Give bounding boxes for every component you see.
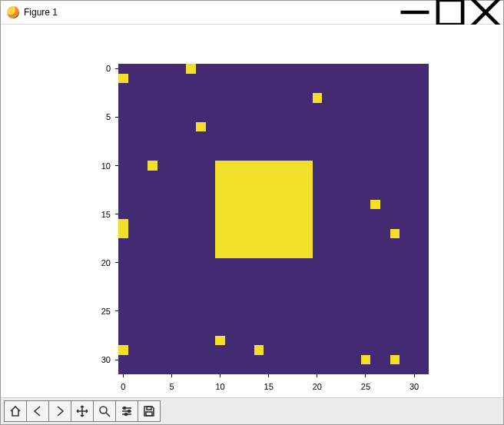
x-tick-label: 0 bbox=[121, 382, 125, 391]
x-tick-mark bbox=[317, 374, 317, 377]
y-tick-label: 10 bbox=[88, 161, 111, 171]
y-tick-label: 0 bbox=[88, 64, 111, 73]
y-tick-label: 30 bbox=[88, 355, 111, 364]
heatmap-cell bbox=[390, 229, 400, 239]
x-tick-mark bbox=[220, 374, 220, 377]
svg-point-9 bbox=[124, 407, 126, 410]
svg-rect-12 bbox=[147, 407, 151, 410]
heatmap-cell bbox=[313, 93, 323, 103]
home-button[interactable] bbox=[4, 400, 27, 422]
figure-window: Figure 1 051015202530051015202530 bbox=[0, 0, 504, 425]
zoom-button[interactable] bbox=[93, 400, 116, 422]
svg-line-5 bbox=[106, 413, 110, 417]
minimize-button[interactable] bbox=[397, 1, 433, 24]
heatmap-cell bbox=[361, 355, 371, 365]
y-tick-mark bbox=[115, 214, 118, 214]
x-tick-mark bbox=[414, 374, 415, 377]
nav-toolbar bbox=[1, 397, 503, 424]
heatmap-cell bbox=[215, 336, 225, 346]
svg-rect-1 bbox=[438, 0, 463, 25]
y-tick-mark bbox=[115, 117, 118, 118]
heatmap-cell bbox=[148, 161, 158, 171]
y-tick-mark bbox=[115, 360, 118, 360]
x-tick-label: 10 bbox=[215, 382, 224, 391]
svg-point-10 bbox=[128, 410, 131, 413]
maximize-button[interactable] bbox=[433, 1, 468, 24]
y-tick-mark bbox=[115, 310, 118, 311]
titlebar: Figure 1 bbox=[1, 1, 503, 25]
y-tick-mark bbox=[115, 262, 118, 263]
close-button[interactable] bbox=[468, 1, 503, 24]
save-button[interactable] bbox=[138, 400, 161, 422]
x-tick-mark bbox=[365, 374, 366, 377]
y-tick-label: 20 bbox=[88, 258, 111, 267]
heatmap-cell bbox=[186, 64, 196, 74]
heatmap-axes: 051015202530051015202530 bbox=[118, 64, 429, 374]
save-icon bbox=[143, 405, 155, 417]
move-icon bbox=[76, 405, 88, 417]
matplotlib-icon bbox=[7, 6, 19, 18]
heatmap-cell bbox=[196, 122, 206, 132]
heatmap-cell bbox=[118, 74, 128, 84]
home-icon bbox=[9, 405, 22, 417]
arrow-left-icon bbox=[32, 405, 44, 417]
configure-button[interactable] bbox=[115, 400, 138, 422]
svg-point-11 bbox=[125, 413, 128, 416]
heatmap-cell bbox=[370, 200, 380, 210]
x-tick-label: 25 bbox=[361, 382, 370, 391]
heatmap-cell bbox=[390, 355, 400, 365]
y-tick-label: 5 bbox=[88, 112, 111, 121]
back-button[interactable] bbox=[26, 400, 49, 422]
window-title: Figure 1 bbox=[24, 7, 58, 18]
x-tick-label: 30 bbox=[410, 382, 419, 391]
magnifier-icon bbox=[98, 405, 111, 417]
sliders-icon bbox=[121, 405, 133, 417]
y-tick-label: 25 bbox=[88, 307, 111, 316]
heatmap-cell bbox=[118, 229, 128, 239]
svg-rect-13 bbox=[146, 412, 152, 416]
pan-button[interactable] bbox=[71, 400, 94, 422]
heatmap-cell bbox=[118, 219, 128, 229]
y-tick-mark bbox=[115, 165, 118, 166]
x-tick-mark bbox=[268, 374, 269, 377]
figure-canvas[interactable]: 051015202530051015202530 bbox=[1, 25, 503, 397]
heatmap-cell bbox=[118, 345, 128, 355]
x-tick-label: 15 bbox=[264, 382, 274, 391]
heatmap-cell bbox=[254, 345, 264, 355]
heatmap-cell bbox=[215, 161, 312, 257]
svg-point-4 bbox=[100, 407, 107, 413]
forward-button[interactable] bbox=[48, 400, 71, 422]
arrow-right-icon bbox=[54, 405, 66, 417]
y-tick-mark bbox=[115, 68, 118, 69]
x-tick-label: 5 bbox=[169, 382, 174, 391]
y-tick-label: 15 bbox=[88, 210, 111, 219]
x-tick-mark bbox=[123, 374, 124, 377]
x-tick-mark bbox=[171, 374, 172, 377]
x-tick-label: 20 bbox=[313, 382, 322, 391]
